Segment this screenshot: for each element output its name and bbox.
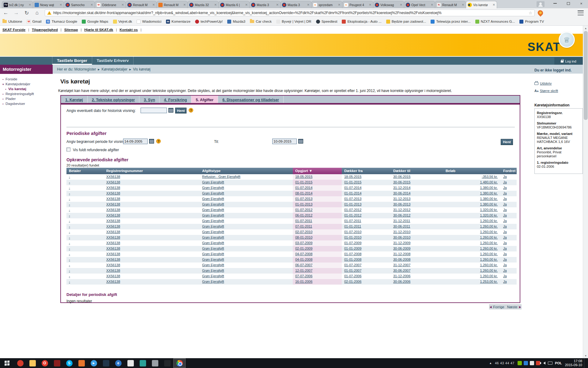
app-teal-icon[interactable] — [137, 358, 149, 368]
cell-link[interactable]: 1.260,00 kr. — [480, 230, 498, 234]
cell-link[interactable]: Ja — [503, 180, 507, 184]
bookmark-item[interactable]: Speedtest — [316, 20, 337, 24]
browser-tab[interactable]: Vis køretø✕ — [466, 1, 497, 8]
cell-link[interactable]: Grøn Ejerafgift — [202, 247, 224, 250]
cell-link[interactable]: 30-06-2014 — [393, 191, 410, 195]
tab-close-icon[interactable]: ✕ — [369, 3, 371, 6]
bookmark-item[interactable]: Mazda3 — [227, 20, 245, 24]
cell-link[interactable]: - — [69, 191, 70, 195]
cell-link[interactable]: Grøn Ejerafgift — [202, 213, 224, 217]
window-maximize-button[interactable] — [562, 0, 575, 7]
cell-link[interactable]: 04-01-2008 — [295, 258, 312, 261]
cell-link[interactable]: 01-01-2010 — [344, 236, 361, 239]
cell-link[interactable]: 1.253,00 kr. — [480, 280, 498, 283]
app-darkred-icon[interactable] — [51, 358, 63, 368]
cell-link[interactable]: Grøn Ejerafgift — [202, 202, 224, 206]
cell-link[interactable]: Ja — [503, 274, 507, 278]
back-icon[interactable]: ← — [1, 9, 10, 17]
cell-link[interactable]: - — [69, 269, 70, 272]
cell-link[interactable]: XX56138 — [106, 175, 120, 178]
cell-link[interactable]: XX56138 — [106, 263, 120, 267]
cell-link[interactable]: -353,56 kr. — [482, 175, 498, 178]
vehicle-tab-1[interactable]: 1. Køretøj — [61, 96, 88, 103]
period-hent-button[interactable]: Hent — [501, 139, 513, 145]
cell-link[interactable]: 30-06-2009 — [393, 247, 410, 250]
flame-extension-icon[interactable] — [537, 9, 544, 17]
cell-link[interactable]: Grøn Ejerafgift — [202, 269, 224, 272]
cell-link[interactable]: 01-07-2006 — [344, 274, 361, 278]
period-from-input[interactable] — [123, 139, 148, 144]
login-button[interactable]: Log ind — [554, 57, 583, 65]
cell-link[interactable]: XX56138 — [106, 230, 120, 234]
cell-link[interactable]: 31-12-2008 — [393, 252, 410, 256]
browser-tab[interactable]: MOdebrane✕ — [95, 1, 126, 8]
tab-close-icon[interactable]: ✕ — [183, 3, 186, 6]
cell-link[interactable]: XX56138 — [106, 224, 120, 228]
cell-link[interactable]: Ja — [503, 252, 507, 256]
sidebar-item-k-ret-jsdetaljer[interactable]: ▾Køretøjsdetaljer — [0, 82, 53, 86]
cell-link[interactable]: 06-07-2007 — [295, 263, 312, 267]
sidebar-item-plader[interactable]: ▪Plader — [0, 96, 53, 101]
column-header-fordret[interactable]: Fordret — [501, 168, 517, 174]
cell-link[interactable]: 30-06-2015 — [393, 180, 410, 184]
cell-link[interactable]: 1.260,00 kr. — [480, 247, 498, 250]
cell-link[interactable]: 1.380,00 kr. — [480, 197, 498, 201]
cell-link[interactable]: Grøn Ejerafgift — [202, 224, 224, 228]
cell-link[interactable]: Grøn Ejerafgift — [202, 241, 224, 245]
cell-link[interactable]: XX56138 — [106, 186, 120, 190]
cell-link[interactable]: 08-01-2010 — [295, 236, 312, 239]
browser-tab[interactable]: Renault M✕ — [156, 1, 188, 8]
show-desktop-button[interactable] — [584, 358, 586, 368]
cell-link[interactable]: 31-12-2011 — [393, 219, 410, 223]
cell-link[interactable]: 01-01-2007 — [344, 269, 361, 272]
cell-link[interactable]: Ja — [503, 175, 507, 178]
browser-tab[interactable]: Mazda 3✕ — [249, 1, 281, 8]
start-button[interactable] — [0, 358, 14, 368]
cell-link[interactable]: - — [69, 197, 70, 201]
cell-link[interactable]: Grøn Ejerafgift — [202, 280, 224, 283]
cell-link[interactable]: - — [69, 258, 70, 261]
cell-link[interactable]: Ja — [503, 241, 507, 245]
browser-tab[interactable]: Opel Vect✕ — [404, 1, 435, 8]
cell-link[interactable]: 07-01-2011 — [295, 224, 312, 228]
column-header-afgiftstype[interactable]: Afgiftstype — [200, 168, 293, 174]
address-bar[interactable]: ! https://motorregister.skat.dk/dmr-fron… — [45, 10, 535, 16]
notepad-icon[interactable] — [149, 358, 161, 368]
bookmark-item[interactable]: MGmail — [27, 20, 41, 24]
security-warning-icon[interactable]: ! — [47, 11, 51, 15]
tab-close-icon[interactable]: ✕ — [493, 3, 495, 6]
browser-tab[interactable]: Volkswag✕ — [373, 1, 404, 8]
nvidia-tray-icon[interactable] — [518, 361, 522, 365]
tab-close-icon[interactable]: ✕ — [400, 3, 402, 6]
cell-link[interactable]: 01-07-2013 — [344, 197, 361, 201]
calendar-icon[interactable] — [298, 139, 303, 144]
cell-link[interactable]: 1.380,00 kr. — [480, 191, 498, 195]
cell-link[interactable]: XX56138 — [106, 236, 120, 239]
cell-link[interactable]: 1.260,00 kr. — [480, 274, 498, 278]
cell-link[interactable]: 01-07-2011 — [344, 219, 361, 223]
cell-link[interactable]: 30-06-2015 — [393, 175, 410, 178]
cell-link[interactable]: XX56138 — [106, 208, 120, 212]
cell-link[interactable]: Ja — [503, 236, 507, 239]
cell-link[interactable]: 12-01-2007 — [295, 269, 312, 272]
cell-link[interactable]: - — [69, 274, 70, 278]
cell-link[interactable]: 1.260,00 kr. — [480, 224, 498, 228]
column-header-d-kker-til[interactable]: Dækker til — [391, 168, 443, 174]
tab-close-icon[interactable]: ✕ — [431, 3, 433, 6]
speaker-icon[interactable] — [543, 362, 545, 365]
cell-link[interactable]: XX56138 — [106, 258, 120, 261]
cell-link[interactable]: 01-01-2008 — [344, 258, 361, 261]
column-header-registreringsnummer[interactable]: Registreringsnummer — [104, 168, 200, 174]
cell-link[interactable]: 16-01-2006 — [295, 280, 312, 283]
cell-link[interactable]: 30-06-2012 — [393, 213, 410, 217]
cell-link[interactable]: Grøn Ejerafgift — [202, 258, 224, 261]
app-red-icon[interactable] — [14, 358, 26, 368]
cell-link[interactable]: Ja — [503, 224, 507, 228]
browser-tab[interactable]: NRenault M✕ — [435, 1, 466, 8]
cell-link[interactable]: 31-12-2006 — [393, 274, 410, 278]
cell-link[interactable]: Ja — [503, 258, 507, 261]
cell-link[interactable]: 1.260,00 kr. — [480, 219, 498, 223]
bookmark-item[interactable]: Car check — [250, 20, 272, 23]
period-to-input[interactable] — [272, 139, 297, 144]
cell-link[interactable]: 01-07-2012 — [295, 208, 312, 212]
